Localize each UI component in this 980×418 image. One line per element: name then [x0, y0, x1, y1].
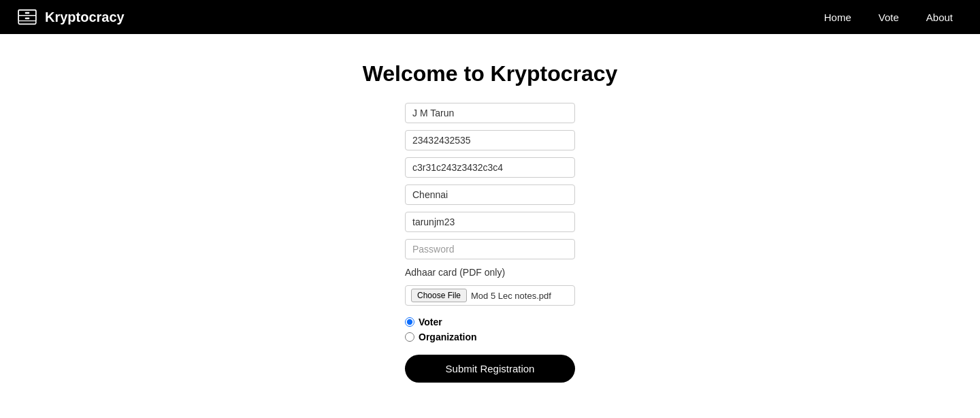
svg-rect-0	[18, 10, 36, 25]
main-content: Welcome to Kryptocracy Adhaar card (PDF …	[0, 34, 980, 383]
nav-about[interactable]: About	[915, 6, 964, 29]
brand-icon	[16, 7, 38, 27]
submit-button[interactable]: Submit Registration	[405, 355, 575, 383]
id-input[interactable]	[405, 130, 575, 150]
organization-radio[interactable]	[405, 332, 414, 342]
organization-label: Organization	[419, 332, 477, 342]
brand-logo[interactable]: Kryptocracy	[16, 7, 125, 27]
username-input[interactable]	[405, 212, 575, 232]
nav-vote[interactable]: Vote	[868, 6, 910, 29]
voter-radio[interactable]	[405, 317, 414, 327]
location-input[interactable]	[405, 184, 575, 205]
adhaar-label: Adhaar card (PDF only)	[405, 266, 575, 278]
role-radio-group: Voter Organization	[405, 317, 575, 342]
voter-radio-option[interactable]: Voter	[405, 317, 575, 327]
password-input[interactable]	[405, 239, 575, 259]
svg-rect-4	[25, 18, 29, 19]
file-choose-button[interactable]: Choose File	[411, 289, 467, 302]
page-title: Welcome to Kryptocracy	[363, 61, 618, 86]
voter-label: Voter	[419, 317, 442, 327]
registration-form: Adhaar card (PDF only) Choose File Mod 5…	[405, 103, 575, 383]
adhaar-label-text: Adhaar card (PDF only)	[405, 267, 505, 278]
navbar: Kryptocracy Home Vote About	[0, 0, 980, 34]
file-name-display: Mod 5 Lec notes.pdf	[471, 291, 551, 301]
nav-home[interactable]: Home	[813, 6, 862, 29]
nav-links: Home Vote About	[813, 6, 964, 29]
svg-rect-3	[25, 12, 29, 14]
organization-radio-option[interactable]: Organization	[405, 332, 575, 342]
key-input[interactable]	[405, 157, 575, 178]
name-input[interactable]	[405, 103, 575, 123]
file-input-wrapper: Choose File Mod 5 Lec notes.pdf	[405, 285, 575, 306]
brand-name: Kryptocracy	[45, 10, 125, 25]
